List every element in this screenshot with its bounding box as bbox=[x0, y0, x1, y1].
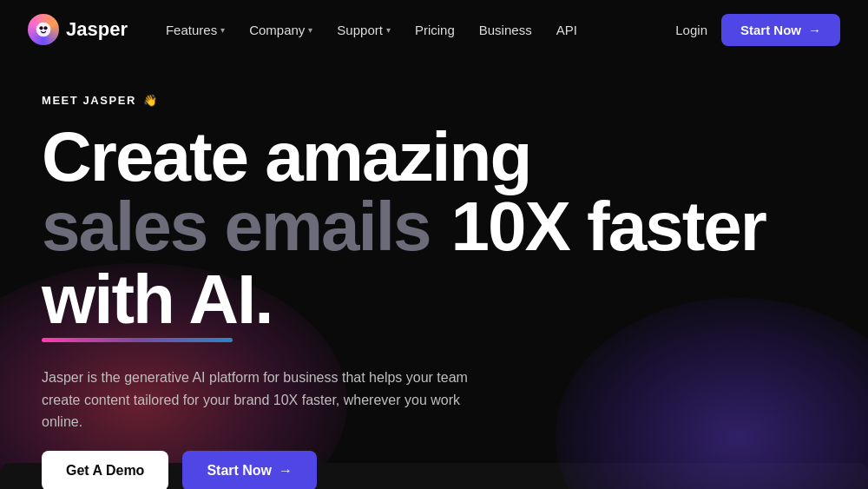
hero-heading: Create amazing sales emails 10X faster w… bbox=[42, 122, 826, 342]
hero-subtext-area: Jasper is the generative AI platform for… bbox=[42, 367, 545, 489]
nav-right: Login Start Now → bbox=[675, 14, 840, 46]
hero-cta-buttons: Get A Demo Start Now → bbox=[42, 451, 545, 489]
start-now-button-nav[interactable]: Start Now → bbox=[721, 14, 840, 46]
nav-item-company[interactable]: Company ▾ bbox=[239, 16, 323, 44]
nav-item-pricing[interactable]: Pricing bbox=[404, 16, 465, 44]
hero-line3: with AI. bbox=[42, 265, 826, 342]
get-a-demo-button[interactable]: Get A Demo bbox=[42, 451, 168, 489]
hero-line1: Create amazing bbox=[42, 122, 826, 192]
hero-underline bbox=[42, 338, 233, 342]
hero-section: MEET JASPER 👋 Create amazing sales email… bbox=[0, 59, 868, 489]
nav-item-support[interactable]: Support ▾ bbox=[326, 16, 401, 44]
hero-line2-right: 10X faster bbox=[450, 192, 765, 261]
hero-line3-text: with AI. bbox=[42, 261, 272, 338]
chevron-down-icon: ▾ bbox=[386, 25, 391, 35]
navbar: Jasper Features ▾ Company ▾ Support ▾ Pr… bbox=[0, 0, 868, 59]
logo[interactable]: Jasper bbox=[28, 14, 128, 45]
hero-line2-left: sales emails bbox=[42, 192, 430, 261]
start-now-button-hero[interactable]: Start Now → bbox=[182, 451, 317, 489]
hero-line2: sales emails 10X faster bbox=[42, 192, 826, 261]
arrow-icon: → bbox=[808, 23, 821, 37]
nav-item-business[interactable]: Business bbox=[469, 16, 542, 44]
svg-point-1 bbox=[39, 26, 43, 30]
nav-links: Features ▾ Company ▾ Support ▾ Pricing B… bbox=[155, 16, 675, 44]
logo-icon bbox=[28, 14, 59, 45]
nav-item-api[interactable]: API bbox=[546, 16, 588, 44]
meet-label: MEET JASPER 👋 bbox=[42, 94, 826, 107]
login-link[interactable]: Login bbox=[675, 23, 707, 37]
chevron-down-icon: ▾ bbox=[308, 25, 312, 35]
nav-item-features[interactable]: Features ▾ bbox=[155, 16, 235, 44]
hero-subtext: Jasper is the generative AI platform for… bbox=[42, 367, 476, 433]
wave-emoji: 👋 bbox=[143, 94, 159, 107]
arrow-icon: → bbox=[279, 463, 293, 479]
logo-text: Jasper bbox=[66, 18, 128, 41]
svg-point-2 bbox=[43, 26, 47, 30]
svg-point-0 bbox=[36, 23, 51, 37]
chevron-down-icon: ▾ bbox=[220, 25, 225, 35]
